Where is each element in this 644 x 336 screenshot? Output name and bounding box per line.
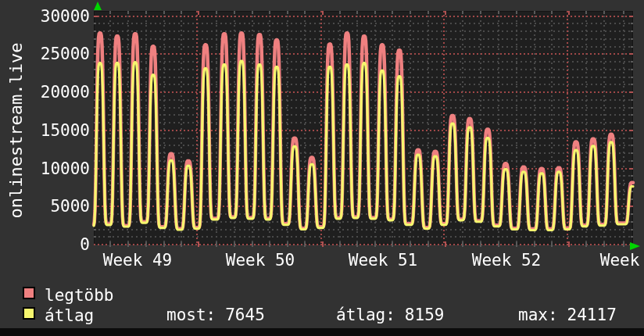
x-tick-label: Week 53 bbox=[600, 251, 644, 270]
graph-image: onlinestream.live 30000 25000 20000 1500… bbox=[0, 0, 644, 336]
y-axis-title: onlinestream.live bbox=[6, 42, 26, 218]
stat-current: most:7645 bbox=[166, 306, 265, 324]
stat-max-value: 24117 bbox=[567, 306, 617, 324]
y-tick-label: 30000 bbox=[41, 7, 90, 26]
y-tick-label: 0 bbox=[80, 235, 90, 254]
legend-swatch-atlag bbox=[23, 307, 35, 320]
legend-swatch-legtobb bbox=[23, 287, 35, 299]
x-tick-label: Week 51 bbox=[349, 251, 418, 270]
x-tick-label: Week 50 bbox=[226, 251, 295, 270]
y-tick-label: 20000 bbox=[41, 83, 90, 102]
stat-current-value: 7645 bbox=[225, 306, 265, 324]
legend-label-legtobb: legtöbb bbox=[45, 286, 114, 305]
x-axis-arrow-right-icon bbox=[630, 242, 640, 250]
y-tick-label: 25000 bbox=[41, 45, 90, 63]
y-axis-arrow-up-icon bbox=[94, 2, 102, 10]
stat-average-label: átlag: bbox=[336, 306, 395, 324]
bottom-bar bbox=[0, 328, 644, 336]
x-tick-label: Week 52 bbox=[472, 251, 542, 270]
y-tick-label: 15000 bbox=[41, 121, 90, 140]
x-tick-label: Week 49 bbox=[103, 251, 173, 270]
legend-label-atlag: átlag bbox=[45, 306, 94, 325]
stat-max: max:24117 bbox=[518, 306, 617, 324]
stat-average-value: 8159 bbox=[405, 306, 445, 324]
stat-average: átlag:8159 bbox=[336, 306, 444, 324]
y-tick-label: 5000 bbox=[50, 197, 90, 216]
stat-max-label: max: bbox=[518, 306, 558, 324]
stat-current-label: most: bbox=[166, 306, 216, 324]
y-tick-label: 10000 bbox=[41, 159, 90, 178]
